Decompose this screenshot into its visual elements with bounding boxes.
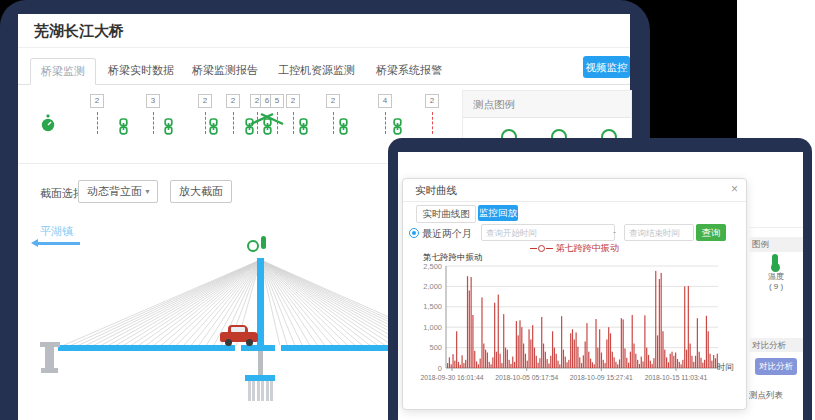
deck-joint [275, 345, 281, 351]
abutment [45, 347, 54, 368]
abutment [41, 368, 58, 373]
svg-text:2018-10-05 05:17:54: 2018-10-05 05:17:54 [495, 374, 558, 381]
main-tabbar: 桥梁监测 桥梁实时数据 桥梁监测报告 工控机资源监测 桥梁系统报警 [18, 55, 630, 85]
tab-system-alarm[interactable]: 桥梁系统报警 [366, 58, 452, 83]
tab-realtime-data[interactable]: 桥梁实时数据 [98, 58, 184, 83]
realtime-curve-modal: 实时曲线 × 实时曲线图 监控回放 最近两个月 - 查询 第七跨跨中振动 第七跨… [402, 178, 747, 410]
x-axis-title: 时间 [717, 362, 734, 374]
tower-thermometer-icon [261, 236, 266, 249]
section-select-value: 动态背立面 [87, 185, 142, 197]
modal-title: 实时曲线 [415, 184, 457, 198]
sensor-count-badge: 2 [425, 94, 439, 108]
legend-series-name: 第七跨跨中振动 [556, 243, 619, 253]
radio-dot [412, 231, 416, 235]
dialog-window-frame: 实时曲线 × 实时曲线图 监控回放 最近两个月 - 查询 第七跨跨中振动 第七跨… [388, 138, 812, 420]
sensor-dashed-line [385, 112, 386, 134]
query-end-time-input[interactable] [624, 224, 694, 241]
sensor-dashed-line [153, 112, 154, 134]
tab-ipc-resource[interactable]: 工控机资源监测 [268, 58, 365, 83]
sensor-dashed-line [333, 112, 334, 134]
link-icon[interactable] [208, 118, 219, 139]
temperature-count: ( 9 ) [749, 282, 803, 291]
svg-text:1,500: 1,500 [423, 302, 442, 311]
divider [749, 227, 803, 228]
legend-line-icon [546, 248, 553, 249]
car-wheel [225, 339, 232, 346]
tab-monitor-report[interactable]: 桥梁监测报告 [182, 58, 268, 83]
tower-sensor-icon [247, 240, 259, 252]
modal-header: 实时曲线 × [403, 179, 746, 202]
car-wheel [246, 339, 253, 346]
bridge-tower [257, 258, 264, 345]
query-button[interactable]: 查询 [696, 224, 726, 241]
sensor-count-badge: 2 [226, 94, 240, 108]
svg-text:2,500: 2,500 [423, 262, 442, 271]
svg-text:500: 500 [429, 343, 442, 352]
sensor-count-badge: 2 [198, 94, 212, 108]
link-icon[interactable] [298, 118, 309, 139]
xmark-icon [249, 112, 285, 130]
car-window [231, 327, 245, 332]
svg-text:0: 0 [438, 364, 442, 373]
link-icon[interactable] [392, 118, 403, 139]
sensor-dashed-line [432, 112, 433, 134]
vibration-chart: 05001,0001,5002,0002,5002018-09-30 16:01… [411, 261, 741, 389]
recent-two-months-label: 最近两个月 [422, 227, 472, 241]
sensor-dashed-line [293, 112, 294, 134]
close-icon[interactable]: × [731, 182, 738, 196]
tab-bridge-monitor[interactable]: 桥梁监测 [30, 58, 96, 85]
svg-text:2018-10-15 11:03:41: 2018-10-15 11:03:41 [645, 374, 708, 381]
compare-analysis-button[interactable]: 对比分析 [755, 358, 797, 375]
tower-base [258, 351, 263, 375]
point-legend-title: 测点图例 [463, 91, 631, 118]
sensor-count-badge: 4 [378, 94, 392, 108]
svg-text:2018-09-30 16:01:44: 2018-09-30 16:01:44 [420, 374, 483, 381]
dialog-window-content: 实时曲线 × 实时曲线图 监控回放 最近两个月 - 查询 第七跨跨中振动 第七跨… [398, 152, 803, 420]
enlarge-section-button[interactable]: 放大截面 [170, 180, 232, 203]
sensor-dashed-line [205, 112, 206, 134]
link-icon[interactable] [338, 118, 349, 139]
svg-text:2018-10-09 15:27:41: 2018-10-09 15:27:41 [570, 374, 633, 381]
sensor-count-badge: 2 [286, 94, 300, 108]
point-list-label: 测点列表 [749, 390, 803, 402]
deck-joint [235, 345, 241, 351]
dialog-sidebar: 图例 温度 ( 9 ) 对比分析 对比分析 测点列表 [749, 152, 803, 420]
sensor-count-badge: 2 [90, 94, 104, 108]
section-select-dropdown[interactable]: 动态背立面 ▼ [78, 180, 158, 203]
date-range-separator: - [613, 227, 616, 237]
recent-two-months-radio[interactable] [409, 228, 419, 238]
svg-text:2,000: 2,000 [423, 282, 442, 291]
link-icon[interactable] [118, 118, 129, 139]
svg-text:1,000: 1,000 [423, 323, 442, 332]
thermometer-icon[interactable] [772, 254, 778, 266]
stopwatch-icon[interactable] [40, 114, 56, 137]
link-icon[interactable] [163, 118, 174, 139]
video-monitor-button[interactable]: 视频监控 [583, 56, 630, 78]
sidebar-legend-header: 图例 [749, 237, 803, 252]
sensor-dashed-line [97, 112, 98, 134]
sensor-count-badge: 2 [326, 94, 340, 108]
sensor-count-badge: 5 [270, 94, 284, 108]
compare-analysis-header: 对比分析 [749, 338, 803, 352]
divider [18, 47, 630, 48]
sensor-dashed-line [233, 112, 234, 134]
chevron-down-icon: ▼ [136, 181, 151, 202]
tab-realtime-curve[interactable]: 实时曲线图 [416, 205, 476, 223]
query-start-time-input[interactable] [481, 224, 615, 241]
sensor-dashed-line [277, 112, 278, 134]
temperature-label: 温度 [749, 271, 803, 282]
sensor-count-badge: 3 [146, 94, 160, 108]
screen: 芜湖长江大桥 桥梁监测 桥梁实时数据 桥梁监测报告 工控机资源监测 桥梁系统报警… [0, 0, 815, 420]
tab-monitor-playback[interactable]: 监控回放 [478, 205, 518, 221]
legend-line-icon [530, 248, 537, 249]
legend-circle-icon [538, 245, 545, 252]
page-title: 芜湖长江大桥 [34, 22, 124, 41]
